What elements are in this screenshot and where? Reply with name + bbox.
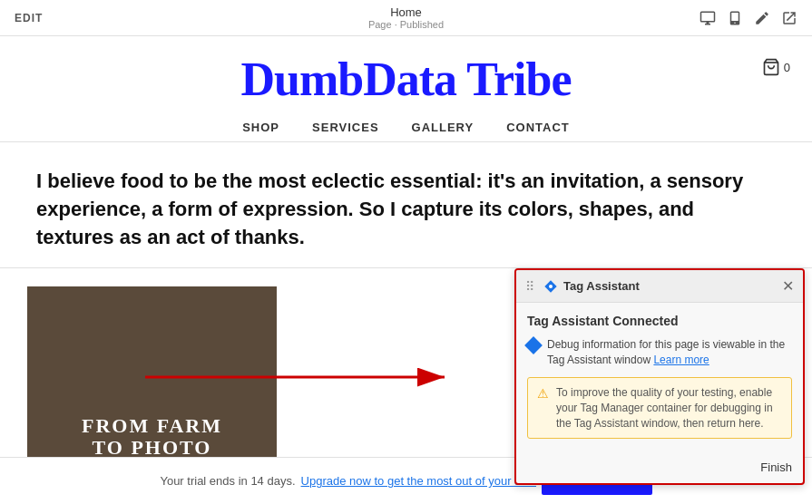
page-status: Page · Published [368, 19, 444, 30]
pen-icon[interactable] [754, 10, 770, 26]
cart-count: 0 [784, 61, 790, 74]
nav-gallery[interactable]: GALLERY [412, 121, 474, 134]
learn-more-link[interactable]: Learn more [653, 354, 709, 366]
site-header: DumbData Tribe 0 [0, 36, 812, 113]
hero-section: I believe food to be the most eclectic e… [0, 142, 812, 268]
page-title: Home [368, 5, 444, 19]
red-arrow [136, 323, 481, 408]
tag-assistant-panel: ⠿ Tag Assistant ✕ Tag Assistant Connecte… [514, 268, 805, 485]
top-bar-icons [699, 10, 797, 26]
cart-wrap[interactable]: 0 [762, 58, 790, 76]
top-bar: EDIT Home Page · Published [0, 0, 812, 36]
mobile-icon[interactable] [727, 10, 743, 26]
tag-panel-header: ⠿ Tag Assistant ✕ [516, 270, 803, 303]
warning-icon: ⚠ [537, 386, 549, 401]
nav-services[interactable]: SERVICES [312, 121, 379, 134]
external-link-icon[interactable] [781, 10, 797, 26]
tag-panel-footer: Finish [516, 455, 803, 483]
desktop-icon[interactable] [699, 10, 716, 26]
tag-connected-title: Tag Assistant Connected [527, 314, 792, 328]
tag-warning-box: ⚠ To improve the quality of your testing… [527, 377, 792, 439]
hero-text: I believe food to be the most eclectic e… [36, 168, 776, 251]
page-info: Home Page · Published [368, 5, 444, 30]
tag-info-text: Debug information for this page is viewa… [547, 337, 792, 368]
nav-contact[interactable]: CONTACT [506, 121, 570, 134]
tag-info-row: Debug information for this page is viewa… [527, 337, 792, 368]
drag-handle[interactable]: ⠿ [525, 279, 534, 294]
cart-icon [762, 58, 780, 76]
tag-panel-body: Tag Assistant Connected Debug informatio… [516, 303, 803, 455]
edit-label[interactable]: EDIT [15, 12, 43, 24]
tag-panel-close-button[interactable]: ✕ [782, 277, 794, 295]
tag-panel-title: Tag Assistant [563, 279, 640, 293]
tag-warning-text: To improve the quality of your testing, … [556, 385, 782, 431]
upgrade-link[interactable]: Upgrade now to get the most out of your … [301, 474, 536, 488]
trial-text: Your trial ends in 14 days. [160, 474, 295, 488]
nav-shop[interactable]: SHOP [242, 121, 279, 134]
content-area: FROM FARM TO PHOTO ⠿ Tag Assista [0, 268, 812, 486]
tag-diamond-icon [524, 336, 543, 354]
site-nav: SHOP SERVICES GALLERY CONTACT [0, 113, 812, 142]
svg-point-3 [549, 285, 553, 288]
site-title: DumbData Tribe [0, 53, 812, 106]
finish-button[interactable]: Finish [760, 460, 792, 474]
tag-icon [543, 279, 558, 294]
